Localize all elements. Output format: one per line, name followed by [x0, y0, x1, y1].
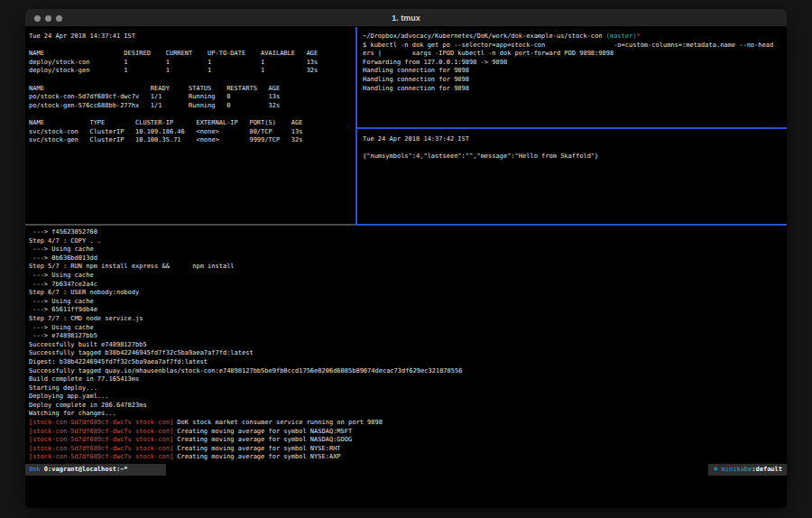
terminal-line: dok 0:vagrant@localhost:~* — [29, 464, 128, 476]
terminal-line: deploy/stock-gen 1 1 1 1 32s — [29, 67, 352, 76]
pane-kubectl-watch[interactable]: Tue 24 Apr 2018 14:37:41 ISTNAME DESIRED… — [25, 27, 355, 224]
terminal-line: Step 7/7 : CMD node service.js — [29, 315, 783, 324]
terminal-line: svc/stock-gen ClusterIP 10.100.35.71 <no… — [29, 136, 352, 145]
pane-skaffold-log[interactable]: ---> f45623052760Step 4/7 : COPY . . ---… — [25, 226, 787, 464]
terminal-line: Watching for changes... — [29, 410, 783, 419]
terminal-line — [29, 42, 352, 51]
window-title: 1. tmux — [25, 9, 787, 27]
terminal-line: {"numsymbols":4,"lastseen":"","message":… — [363, 153, 783, 162]
terminal-line: Deploy complete in 286.647823ms — [29, 402, 783, 411]
terminal-line: Successfully built e74898127bb5 — [29, 341, 783, 350]
terminal-line: [stock-con-5d7df689cf-dwc7v stock-con] C… — [29, 436, 783, 445]
pane-port-forward[interactable]: ~/Dropbox/advocacy/Kubernetes/DoK/work/d… — [357, 27, 787, 127]
terminal-line: Successfully tagged b38b42246945fd7f32c5… — [29, 349, 783, 358]
terminal-line: Step 5/7 : RUN npm install express && np… — [29, 263, 783, 272]
terminal-line: ---> e74898127bb5 — [29, 332, 783, 341]
terminal-line — [29, 110, 352, 119]
terminal-line: deploy/stock-con 1 1 1 1 13s — [29, 59, 352, 68]
terminal-line — [29, 76, 352, 85]
terminal-content: Tue 24 Apr 2018 14:37:41 ISTNAME DESIRED… — [25, 27, 787, 508]
terminal-line: $ kubectl -n dok get po --selector=app=s… — [363, 42, 783, 51]
terminal-line: ---> Using cache — [29, 298, 783, 307]
terminal-line: ☸ minikube:default — [714, 464, 782, 476]
terminal-line: Handling connection for 9898 — [363, 67, 783, 76]
terminal-line: NAME TYPE CLUSTER-IP EXTERNAL-IP PORT(S)… — [29, 119, 352, 128]
window-titlebar[interactable]: 1. tmux — [25, 9, 787, 27]
terminal-line: [stock-con-5d7df689cf-dwc7v stock-con] D… — [29, 419, 783, 428]
terminal-line: Successfully tagged quay.io/mhausenblas/… — [29, 367, 783, 376]
terminal-line: NAME DESIRED CURRENT UP-TO-DATE AVAILABL… — [29, 50, 352, 59]
terminal-line: po/stock-gen-576cc688bb-277hx 1/1 Runnin… — [29, 102, 352, 111]
desktop-background: 1. tmux Tue 24 Apr 2018 14:37:41 ISTNAME… — [0, 0, 812, 518]
terminal-line: ---> f45623052760 — [29, 228, 783, 237]
terminal-line: Forwarding from 127.0.0.1:9898 -> 9898 — [363, 59, 783, 68]
tmux-status-bar: dok 0:vagrant@localhost:~* ☸ minikube:de… — [25, 464, 787, 476]
terminal-line: NAME READY STATUS RESTARTS AGE — [29, 85, 352, 94]
terminal-line: ~/Dropbox/advocacy/Kubernetes/DoK/work/d… — [363, 32, 783, 42]
terminal-line: Deploying app.yaml... — [29, 393, 783, 402]
terminal-line: Step 4/7 : COPY . . — [29, 237, 783, 246]
terminal-line — [363, 144, 783, 153]
pane-service-response[interactable]: Tue 24 Apr 2018 14:37:42 IST{"numsymbols… — [357, 129, 787, 224]
terminal-line: Handling connection for 9898 — [363, 85, 783, 94]
tmux-status-right: ☸ minikube:default — [708, 464, 787, 476]
terminal-line: ---> Using cache — [29, 245, 783, 254]
terminal-line: Step 6/7 : USER nobody:nobody — [29, 289, 783, 298]
terminal-line: [stock-con-5d7df689cf-dwc7v stock-con] C… — [29, 445, 783, 454]
terminal-line: [stock-con-5d7df689cf-dwc7v stock-con] C… — [29, 428, 783, 437]
terminal-line: ---> Using cache — [29, 272, 783, 281]
terminal-line: Digest: b38b42246945fd7f32c5ba9aea7af7fd… — [29, 358, 783, 367]
terminal-window: 1. tmux Tue 24 Apr 2018 14:37:41 ISTNAME… — [25, 9, 787, 508]
terminal-line: ---> 7b6347ce2a4c — [29, 281, 783, 290]
terminal-line: po/stock-con-5d7df689cf-dwc7v 1/1 Runnin… — [29, 93, 352, 102]
terminal-line: ers | xargs -IPOD kubectl -n dok port-fo… — [363, 50, 783, 59]
terminal-line: Handling connection for 9898 — [363, 76, 783, 85]
terminal-line: ---> 0b636bd013dd — [29, 254, 783, 264]
terminal-line: Starting deploy... — [29, 384, 783, 393]
terminal-line: Tue 24 Apr 2018 14:37:42 IST — [363, 135, 783, 144]
terminal-line: Build complete in 77.165413ms — [29, 375, 783, 384]
terminal-line: svc/stock-con ClusterIP 10.109.186.46 <n… — [29, 128, 352, 137]
terminal-line: ---> Using cache — [29, 324, 783, 333]
tmux-window-tab[interactable]: dok 0:vagrant@localhost:~* — [25, 464, 166, 476]
terminal-line: Tue 24 Apr 2018 14:37:41 IST — [29, 32, 352, 42]
terminal-line: ---> 65611ff9db4e — [29, 306, 783, 315]
terminal-line: [stock-con-5d7df689cf-dwc7v stock-con] C… — [29, 453, 783, 462]
